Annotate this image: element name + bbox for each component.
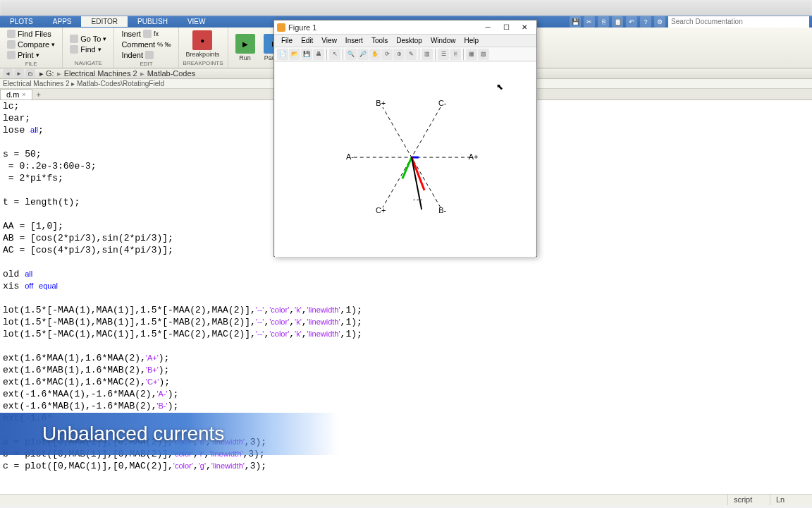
menu-help[interactable]: Help <box>460 37 484 44</box>
figure-window[interactable]: Figure 1 ─ ☐ ✕ File Edit View Insert Too… <box>273 20 537 257</box>
toolbar-sep <box>419 49 419 60</box>
menu-tools[interactable]: Tools <box>367 37 392 44</box>
compare-button[interactable]: Compare ▾ <box>4 40 58 49</box>
breakpoints-button[interactable]: ● Breakpoints <box>183 29 223 59</box>
file-tab-label: d.m <box>6 90 19 99</box>
tool-print-icon[interactable]: 🖶 <box>313 49 324 60</box>
tab-view[interactable]: VIEW <box>178 16 216 27</box>
menu-desktop[interactable]: Desktop <box>392 37 426 44</box>
tool-link-icon[interactable]: ⎘ <box>450 49 461 60</box>
status-script: script <box>727 495 770 505</box>
tool-zoomin-icon[interactable]: 🔍 <box>345 49 357 60</box>
toolbar-sep <box>343 49 343 60</box>
close-button[interactable]: ✕ <box>515 21 534 34</box>
figure-icon <box>277 23 285 32</box>
run-button[interactable]: ▶ Run <box>233 32 258 63</box>
cut-icon[interactable]: ✂ <box>584 16 595 28</box>
maximize-button[interactable]: ☐ <box>497 21 515 34</box>
tool-hideplot-icon[interactable]: ▦ <box>466 49 477 60</box>
find-button[interactable]: Find ▾ <box>67 44 109 54</box>
caption-text: Unbalanced currents <box>42 423 224 445</box>
tool-pointer-icon[interactable]: ↖ <box>329 49 340 60</box>
svg-text:C-: C- <box>438 99 447 107</box>
tool-datacursor-icon[interactable]: ⊕ <box>393 49 405 60</box>
group-edit-label: EDIT <box>118 60 173 67</box>
search-input[interactable] <box>668 16 809 28</box>
goto-button[interactable]: Go To ▾ <box>67 34 109 44</box>
svg-line-4 <box>412 157 424 190</box>
prefs-icon[interactable]: ⚙ <box>654 16 665 28</box>
window-chrome <box>0 0 812 16</box>
tool-zoomout-icon[interactable]: 🔎 <box>357 49 369 60</box>
toolbar-sep <box>326 49 327 60</box>
menu-edit[interactable]: Edit <box>297 37 317 44</box>
comment-button[interactable]: Comment % ‰ <box>118 40 173 49</box>
figure-menubar: File Edit View Insert Tools Desktop Wind… <box>274 35 536 47</box>
svg-text:B-: B- <box>438 206 446 214</box>
insert-button[interactable]: Insert fx <box>118 29 173 39</box>
tool-brush-icon[interactable]: ✎ <box>405 49 417 60</box>
tool-open-icon[interactable]: 📂 <box>289 49 300 60</box>
new-tab-button[interactable]: + <box>32 90 45 99</box>
menu-file[interactable]: File <box>277 37 297 44</box>
figure-title: Figure 1 <box>288 23 316 32</box>
caption-overlay: Unbalanced currents <box>0 413 338 455</box>
toolbar-sep <box>435 49 436 60</box>
breadcrumb-root[interactable]: ▸ G: <box>37 69 57 78</box>
svg-line-5 <box>402 157 412 179</box>
save-icon[interactable]: 💾 <box>570 16 581 28</box>
tab-editor[interactable]: EDITOR <box>81 16 128 27</box>
figure-toolbar: 📄 📂 💾 🖶 ↖ 🔍 🔎 ✋ ⟳ ⊕ ✎ ▥ ☰ ⎘ ▦ ▧ <box>274 47 536 61</box>
tool-pan-icon[interactable]: ✋ <box>369 49 381 60</box>
tool-colorbar-icon[interactable]: ▥ <box>422 49 433 60</box>
group-navigate-label: NAVIGATE <box>67 59 109 66</box>
svg-text:A-: A- <box>346 152 354 161</box>
folder-icon[interactable]: 🗀 <box>25 69 35 78</box>
menu-insert[interactable]: Insert <box>341 37 367 44</box>
menu-window[interactable]: Window <box>426 37 460 44</box>
tab-plots[interactable]: PLOTS <box>0 16 43 27</box>
toolbar-sep <box>463 49 464 60</box>
group-breakpoints-label: BREAKPOINTS <box>183 59 223 66</box>
tool-new-icon[interactable]: 📄 <box>277 49 288 60</box>
paste-icon[interactable]: 📋 <box>612 16 623 28</box>
nav-back-icon[interactable]: ◄ <box>3 69 13 78</box>
group-file-label: FILE <box>4 60 58 67</box>
tab-publish[interactable]: PUBLISH <box>128 16 178 27</box>
tool-showplot-icon[interactable]: ▧ <box>478 49 489 60</box>
close-tab-icon[interactable]: × <box>22 91 25 98</box>
indent-button[interactable]: Indent <box>118 50 173 60</box>
help-icon[interactable]: ? <box>640 16 651 28</box>
find-files-button[interactable]: Find Files <box>4 29 58 39</box>
chart-svg: A+A-B+B-C+C- <box>275 62 536 257</box>
tool-legend-icon[interactable]: ☰ <box>438 49 449 60</box>
copy-icon[interactable]: ⎘ <box>598 16 609 28</box>
menu-view[interactable]: View <box>317 37 341 44</box>
tool-save-icon[interactable]: 💾 <box>301 49 312 60</box>
figure-canvas: A+A-B+B-C+C- <box>275 62 536 257</box>
breadcrumb-folder2[interactable]: Matlab-Codes <box>144 69 198 78</box>
tool-rotate-icon[interactable]: ⟳ <box>381 49 393 60</box>
tab-apps[interactable]: APPS <box>43 16 82 27</box>
status-ln: Ln <box>770 495 812 505</box>
minimize-button[interactable]: ─ <box>479 21 497 34</box>
undo-icon[interactable]: ↶ <box>626 16 637 28</box>
svg-text:B+: B+ <box>376 99 386 107</box>
svg-text:A+: A+ <box>469 152 479 161</box>
file-tab-active[interactable]: d.m × <box>0 89 32 99</box>
status-bar: script Ln <box>0 494 812 505</box>
figure-titlebar[interactable]: Figure 1 ─ ☐ ✕ <box>274 20 536 35</box>
print-button[interactable]: Print ▾ <box>4 50 58 60</box>
svg-line-6 <box>412 157 422 210</box>
svg-text:C+: C+ <box>376 206 386 214</box>
breadcrumb-folder1[interactable]: Electrical Machines 2 <box>61 69 140 78</box>
nav-fwd-icon[interactable]: ► <box>14 69 24 78</box>
